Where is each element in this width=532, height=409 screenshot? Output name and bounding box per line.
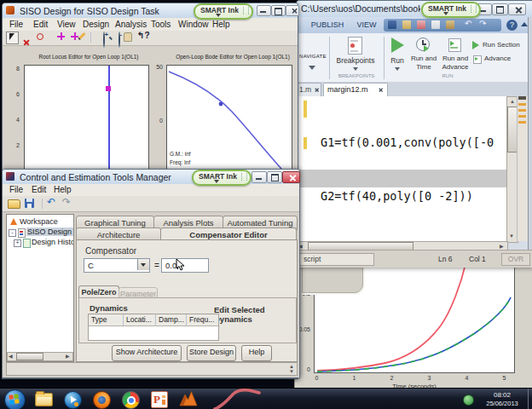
indicator-mark[interactable] — [518, 96, 526, 100]
bode-axes[interactable]: G.M.: inf Freq: Inf — [166, 65, 292, 171]
minimize-button[interactable] — [252, 171, 267, 183]
chevron-down-icon[interactable] — [216, 14, 221, 17]
tray-status-icon[interactable] — [463, 395, 474, 406]
menu-design[interactable]: Design — [83, 20, 109, 29]
menu-view[interactable]: View — [57, 20, 76, 29]
clock-date[interactable]: 25/06/2013 — [476, 400, 529, 407]
taskbar-item-matlab[interactable] — [177, 390, 200, 408]
editor-titlebar[interactable]: C:\Users\uos\Documents\book\margins\ — [297, 1, 532, 18]
drag-handle-icon[interactable] — [471, 5, 477, 13]
menu-file[interactable]: File — [9, 20, 23, 29]
minimize-button[interactable] — [257, 5, 271, 16]
chevron-down-icon[interactable] — [309, 66, 315, 70]
start-button[interactable] — [4, 389, 26, 409]
siso-titlebar[interactable]: SISO Design for SISO Design Task — [3, 3, 298, 19]
close-button[interactable] — [282, 171, 300, 183]
whats-this-icon[interactable]: ↰? — [137, 31, 150, 40]
collapse-icon[interactable]: - — [9, 229, 16, 237]
redo-icon[interactable]: ↷ — [479, 19, 486, 28]
column-header-frequency[interactable]: Frequ... — [189, 315, 214, 324]
code-editor[interactable]: G1=tf(0.001,conv(poly([-0 G2=tf(40,poly(… — [297, 96, 506, 241]
compensator-select[interactable]: C — [84, 258, 150, 273]
column-header-location[interactable]: Locati... — [126, 315, 152, 324]
close-button[interactable] — [286, 5, 299, 16]
show-desktop-button[interactable] — [528, 389, 532, 409]
tree-item-siso-task[interactable]: - SISO Design Task — [9, 228, 74, 237]
add-pole-icon[interactable] — [23, 39, 30, 46]
maximize-button[interactable] — [271, 5, 286, 16]
open-icon[interactable] — [8, 199, 20, 209]
smart-ink-toolbar[interactable]: SMART Ink — [421, 2, 481, 18]
scroll-left-icon[interactable]: ◀ — [9, 354, 13, 360]
smart-ink-toolbar[interactable]: SMART Ink — [194, 3, 253, 20]
menu-edit[interactable]: Edit — [32, 185, 46, 194]
scroll-down-icon[interactable]: ▼ — [509, 233, 514, 239]
erase-tool-icon[interactable] — [78, 32, 85, 40]
help-button[interactable]: Help — [241, 345, 272, 361]
menu-file[interactable]: File — [9, 185, 23, 194]
store-design-button[interactable]: Store Design — [187, 345, 236, 361]
indicator-mark[interactable] — [518, 103, 526, 106]
pointer-tool-button[interactable] — [6, 32, 19, 44]
tree-item-workspace[interactable]: Workspace — [9, 217, 74, 227]
menu-edit[interactable]: Edit — [33, 20, 48, 29]
taskbar-item-media-player[interactable] — [61, 390, 84, 408]
maximize-button[interactable] — [492, 3, 508, 15]
close-button[interactable] — [508, 3, 526, 15]
indicator-mark[interactable] — [518, 109, 526, 112]
dropdown-button[interactable] — [137, 259, 149, 270]
chevron-down-icon[interactable] — [443, 12, 448, 15]
drag-handle-icon[interactable] — [241, 173, 247, 181]
undo-icon[interactable]: ↶ — [47, 196, 55, 208]
tree-item-design-history[interactable]: + Design Histo — [14, 238, 74, 247]
cut-icon[interactable] — [417, 20, 425, 29]
taskbar-item-windows-explorer[interactable] — [32, 390, 55, 408]
menu-help[interactable]: Help — [54, 185, 72, 194]
copy-icon[interactable] — [431, 20, 440, 29]
dynamics-table[interactable]: Type Locati... Damp... Frequ... — [88, 314, 219, 341]
open-icon[interactable] — [402, 20, 411, 29]
show-architecture-button[interactable]: Show Architecture — [112, 345, 182, 361]
zoom-out-icon[interactable]: - — [119, 32, 120, 48]
maximize-button[interactable] — [267, 171, 282, 183]
tab-view[interactable]: VIEW — [351, 20, 382, 33]
chevron-down-icon[interactable] — [214, 180, 219, 183]
root-locus-axes[interactable] — [24, 65, 149, 171]
column-header-damping[interactable]: Damp... — [159, 315, 184, 324]
scroll-right-icon[interactable]: ▶ — [66, 354, 70, 360]
expand-icon[interactable]: + — [14, 239, 21, 247]
drag-handle-icon[interactable] — [243, 7, 249, 14]
tab-publish[interactable]: PUBLISH — [307, 20, 348, 33]
menu-help[interactable]: Help — [212, 20, 230, 29]
indicator-mark[interactable] — [518, 115, 526, 118]
redo-icon[interactable]: ↷ — [62, 196, 71, 208]
help-icon[interactable]: ? — [506, 20, 518, 31]
scroll-right-icon[interactable]: ▶ — [500, 244, 504, 250]
spinner-down-icon[interactable]: ▼ — [289, 369, 294, 375]
save-icon[interactable] — [25, 199, 34, 208]
menu-window[interactable]: Window — [178, 20, 209, 29]
collapse-ribbon-icon[interactable] — [521, 22, 528, 26]
pan-tool-icon[interactable] — [124, 32, 132, 42]
undo-icon[interactable]: ↶ — [465, 19, 471, 28]
add-zero-icon[interactable] — [37, 33, 43, 40]
advance-button[interactable]: Advance — [472, 54, 527, 66]
clock-time[interactable]: 08:02 — [479, 391, 525, 399]
run-section-button[interactable]: Run Section — [472, 40, 527, 52]
taskbar-item-powerpoint[interactable]: P — [148, 390, 171, 408]
menu-tools[interactable]: Tools — [151, 20, 171, 29]
paste-icon[interactable] — [446, 20, 454, 29]
overwrite-indicator[interactable]: OVR — [501, 253, 530, 266]
tree-scrollbar-thumb[interactable] — [16, 353, 43, 360]
taskbar-item-firefox[interactable] — [90, 390, 113, 408]
column-header-type[interactable]: Type — [91, 315, 107, 324]
zoom-in-icon[interactable]: + — [103, 32, 105, 48]
tree-h-scrollbar[interactable]: ◀ ▶ — [7, 352, 73, 361]
closed-loop-pole-marker[interactable] — [106, 86, 111, 91]
taskbar-item-chrome[interactable] — [119, 390, 142, 408]
manager-titlebar[interactable]: Control and Estimation Tools Manager — [3, 170, 299, 185]
smart-ink-toolbar[interactable]: SMART Ink — [192, 170, 252, 186]
indicator-mark[interactable] — [518, 121, 526, 124]
workspace-tree[interactable]: Workspace - SISO Design Task + Design Hi… — [6, 214, 74, 362]
save-icon[interactable] — [388, 20, 396, 29]
